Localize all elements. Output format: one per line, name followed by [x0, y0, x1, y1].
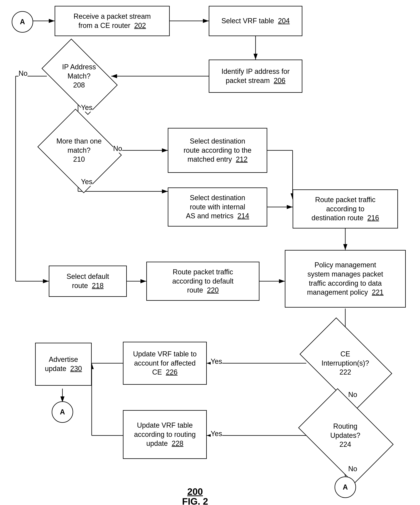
diamond-224: RoutingUpdates?224: [306, 408, 384, 463]
connector-a-top: A: [12, 11, 33, 33]
figure-label: FIG. 2: [156, 496, 234, 505]
label-no-222: No: [348, 391, 357, 399]
box-228: Update VRF tableaccording to routingupda…: [123, 410, 207, 459]
flowchart-diagram: A Receive a packet streamfrom a CE route…: [0, 0, 420, 505]
diamond-222: CEInterruption(s)?222: [306, 338, 384, 389]
box-226: Update VRF table toaccount for affectedC…: [123, 342, 207, 385]
box-230: Advertiseupdate 230: [35, 343, 92, 386]
box-214: Select destinationroute with internalAS …: [168, 188, 267, 227]
diamond-208: IP AddressMatch?208: [47, 56, 111, 97]
figure-number: 200: [166, 486, 224, 497]
label-yes-210: Yes: [81, 178, 93, 186]
label-yes-224: Yes: [211, 430, 222, 438]
label-no-208: No: [19, 69, 27, 77]
box-206: Identify IP address forpacket stream 206: [209, 60, 302, 93]
box-204: Select VRF table 204: [209, 6, 302, 36]
label-no-210: No: [113, 145, 122, 153]
box-218: Select defaultroute 218: [49, 265, 127, 297]
box-221: Policy managementsystem manages packettr…: [285, 250, 406, 308]
box-202: Receive a packet streamfrom a CE router …: [55, 6, 170, 36]
box-216: Route packet trafficaccording todestinat…: [293, 189, 398, 228]
box-220: Route packet trafficaccording to default…: [146, 262, 259, 301]
label-yes-222: Yes: [211, 357, 222, 366]
box-212: Select destinationroute according to the…: [168, 128, 267, 173]
connector-a-bottom-right: A: [334, 476, 356, 498]
diamond-210: More than onematch?210: [47, 124, 111, 177]
connector-a-bottom-left: A: [52, 401, 73, 423]
label-yes-208: Yes: [81, 103, 93, 112]
label-no-224: No: [348, 465, 357, 473]
